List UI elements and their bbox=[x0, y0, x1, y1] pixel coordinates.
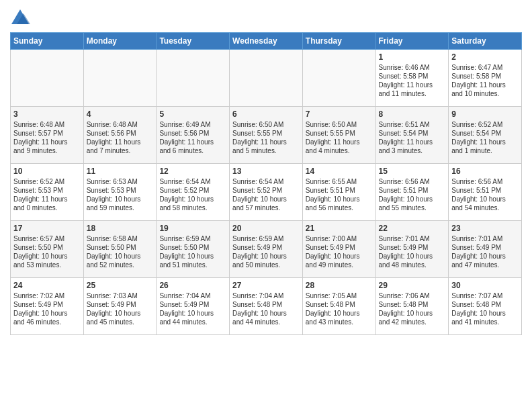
cell-text: Daylight: 10 hours and 59 minutes. bbox=[87, 195, 154, 212]
calendar-cell: 2Sunrise: 6:47 AMSunset: 5:58 PMDaylight… bbox=[449, 50, 522, 107]
page-header bbox=[10, 7, 522, 27]
cell-text: Sunset: 5:50 PM bbox=[13, 243, 81, 252]
cell-text: Sunset: 5:58 PM bbox=[379, 72, 446, 81]
header-saturday: Saturday bbox=[449, 33, 522, 50]
cell-text: Daylight: 10 hours and 49 minutes. bbox=[306, 252, 373, 269]
cell-text: Sunset: 5:48 PM bbox=[306, 300, 373, 309]
day-number: 30 bbox=[451, 281, 519, 290]
week-row-1: 1Sunrise: 6:46 AMSunset: 5:58 PMDaylight… bbox=[11, 50, 522, 107]
cell-text: Sunset: 5:54 PM bbox=[379, 129, 446, 138]
day-number: 10 bbox=[13, 167, 81, 176]
calendar-cell: 18Sunrise: 6:58 AMSunset: 5:50 PMDayligh… bbox=[83, 221, 157, 278]
cell-text: Daylight: 10 hours and 53 minutes. bbox=[13, 252, 81, 269]
cell-text: Sunset: 5:53 PM bbox=[13, 186, 81, 195]
day-number: 22 bbox=[379, 224, 446, 233]
day-number: 9 bbox=[451, 109, 519, 119]
calendar-cell: 16Sunrise: 6:56 AMSunset: 5:51 PMDayligh… bbox=[449, 164, 522, 221]
day-number: 4 bbox=[87, 109, 154, 119]
day-number: 14 bbox=[306, 167, 373, 176]
calendar-cell: 13Sunrise: 6:54 AMSunset: 5:52 PMDayligh… bbox=[230, 164, 303, 221]
cell-text: Daylight: 10 hours and 57 minutes. bbox=[232, 195, 300, 212]
day-number: 27 bbox=[232, 281, 300, 290]
week-row-2: 3Sunrise: 6:48 AMSunset: 5:57 PMDaylight… bbox=[11, 107, 522, 164]
cell-text: Sunset: 5:49 PM bbox=[159, 300, 226, 309]
cell-text: Sunrise: 7:01 AM bbox=[379, 234, 446, 243]
cell-text: Sunrise: 7:04 AM bbox=[232, 291, 300, 300]
calendar-cell: 19Sunrise: 6:59 AMSunset: 5:50 PMDayligh… bbox=[157, 221, 230, 278]
header-sunday: Sunday bbox=[11, 33, 84, 50]
cell-text: Sunset: 5:50 PM bbox=[159, 243, 226, 252]
day-number: 18 bbox=[87, 224, 154, 233]
calendar-header: SundayMondayTuesdayWednesdayThursdayFrid… bbox=[11, 33, 522, 50]
calendar-cell: 11Sunrise: 6:53 AMSunset: 5:53 PMDayligh… bbox=[83, 164, 157, 221]
calendar-cell: 14Sunrise: 6:55 AMSunset: 5:51 PMDayligh… bbox=[302, 164, 375, 221]
cell-text: Sunset: 5:49 PM bbox=[232, 243, 300, 252]
calendar-cell: 21Sunrise: 7:00 AMSunset: 5:49 PMDayligh… bbox=[302, 221, 375, 278]
cell-text: Sunset: 5:49 PM bbox=[306, 243, 373, 252]
cell-text: Daylight: 10 hours and 52 minutes. bbox=[87, 252, 154, 269]
cell-text: Sunrise: 7:04 AM bbox=[159, 291, 226, 300]
calendar-cell: 27Sunrise: 7:04 AMSunset: 5:48 PMDayligh… bbox=[230, 278, 303, 335]
calendar-cell: 8Sunrise: 6:51 AMSunset: 5:54 PMDaylight… bbox=[375, 107, 449, 164]
cell-text: Sunset: 5:55 PM bbox=[306, 129, 373, 138]
day-number: 15 bbox=[379, 167, 446, 176]
cell-text: Sunrise: 6:46 AM bbox=[379, 63, 446, 72]
calendar-cell: 10Sunrise: 6:52 AMSunset: 5:53 PMDayligh… bbox=[11, 164, 84, 221]
cell-text: Sunrise: 6:48 AM bbox=[13, 120, 81, 129]
cell-text: Daylight: 10 hours and 47 minutes. bbox=[451, 252, 519, 269]
day-number: 3 bbox=[13, 109, 81, 119]
cell-text: Daylight: 10 hours and 55 minutes. bbox=[379, 195, 446, 212]
logo bbox=[10, 7, 33, 27]
calendar-cell bbox=[302, 50, 375, 107]
cell-text: Sunset: 5:49 PM bbox=[379, 243, 446, 252]
calendar-cell: 6Sunrise: 6:50 AMSunset: 5:55 PMDaylight… bbox=[230, 107, 303, 164]
calendar-cell: 28Sunrise: 7:05 AMSunset: 5:48 PMDayligh… bbox=[302, 278, 375, 335]
cell-text: Sunset: 5:51 PM bbox=[379, 186, 446, 195]
cell-text: Sunrise: 6:52 AM bbox=[451, 120, 519, 129]
cell-text: Sunrise: 6:52 AM bbox=[13, 177, 81, 186]
cell-text: Sunset: 5:52 PM bbox=[159, 186, 226, 195]
cell-text: Sunset: 5:56 PM bbox=[159, 129, 226, 138]
cell-text: Daylight: 10 hours and 58 minutes. bbox=[159, 195, 226, 212]
cell-text: Sunset: 5:49 PM bbox=[13, 300, 81, 309]
day-number: 20 bbox=[232, 224, 300, 233]
calendar-cell: 9Sunrise: 6:52 AMSunset: 5:54 PMDaylight… bbox=[449, 107, 522, 164]
cell-text: Sunset: 5:53 PM bbox=[87, 186, 154, 195]
day-number: 26 bbox=[159, 281, 226, 290]
cell-text: Sunset: 5:57 PM bbox=[13, 129, 81, 138]
cell-text: Sunset: 5:56 PM bbox=[87, 129, 154, 138]
calendar-cell: 24Sunrise: 7:02 AMSunset: 5:49 PMDayligh… bbox=[11, 278, 84, 335]
calendar-cell: 30Sunrise: 7:07 AMSunset: 5:48 PMDayligh… bbox=[449, 278, 522, 335]
cell-text: Sunrise: 6:59 AM bbox=[159, 234, 226, 243]
day-number: 23 bbox=[451, 224, 519, 233]
day-number: 13 bbox=[232, 167, 300, 176]
calendar-cell: 1Sunrise: 6:46 AMSunset: 5:58 PMDaylight… bbox=[375, 50, 449, 107]
cell-text: Daylight: 11 hours and 4 minutes. bbox=[306, 138, 373, 155]
cell-text: Sunset: 5:58 PM bbox=[451, 72, 519, 81]
cell-text: Daylight: 11 hours and 1 minute. bbox=[451, 138, 519, 155]
day-number: 16 bbox=[451, 167, 519, 176]
cell-text: Sunrise: 6:56 AM bbox=[451, 177, 519, 186]
calendar-table: SundayMondayTuesdayWednesdayThursdayFrid… bbox=[10, 32, 522, 335]
calendar-cell: 15Sunrise: 6:56 AMSunset: 5:51 PMDayligh… bbox=[375, 164, 449, 221]
cell-text: Daylight: 10 hours and 45 minutes. bbox=[87, 309, 154, 326]
header-friday: Friday bbox=[375, 33, 449, 50]
cell-text: Sunrise: 6:58 AM bbox=[87, 234, 154, 243]
cell-text: Daylight: 11 hours and 6 minutes. bbox=[159, 138, 226, 155]
day-number: 1 bbox=[379, 52, 446, 62]
cell-text: Daylight: 10 hours and 51 minutes. bbox=[159, 252, 226, 269]
cell-text: Sunrise: 7:01 AM bbox=[451, 234, 519, 243]
day-number: 29 bbox=[379, 281, 446, 290]
cell-text: Daylight: 10 hours and 50 minutes. bbox=[232, 252, 300, 269]
cell-text: Sunrise: 6:54 AM bbox=[159, 177, 226, 186]
calendar-cell bbox=[11, 50, 84, 107]
cell-text: Sunset: 5:55 PM bbox=[232, 129, 300, 138]
cell-text: Sunrise: 6:55 AM bbox=[306, 177, 373, 186]
day-number: 28 bbox=[306, 281, 373, 290]
cell-text: Sunrise: 6:49 AM bbox=[159, 120, 226, 129]
header-row: SundayMondayTuesdayWednesdayThursdayFrid… bbox=[11, 33, 522, 50]
calendar-cell: 7Sunrise: 6:50 AMSunset: 5:55 PMDaylight… bbox=[302, 107, 375, 164]
day-number: 5 bbox=[159, 109, 226, 119]
calendar-cell: 22Sunrise: 7:01 AMSunset: 5:49 PMDayligh… bbox=[375, 221, 449, 278]
calendar-cell: 25Sunrise: 7:03 AMSunset: 5:49 PMDayligh… bbox=[83, 278, 157, 335]
